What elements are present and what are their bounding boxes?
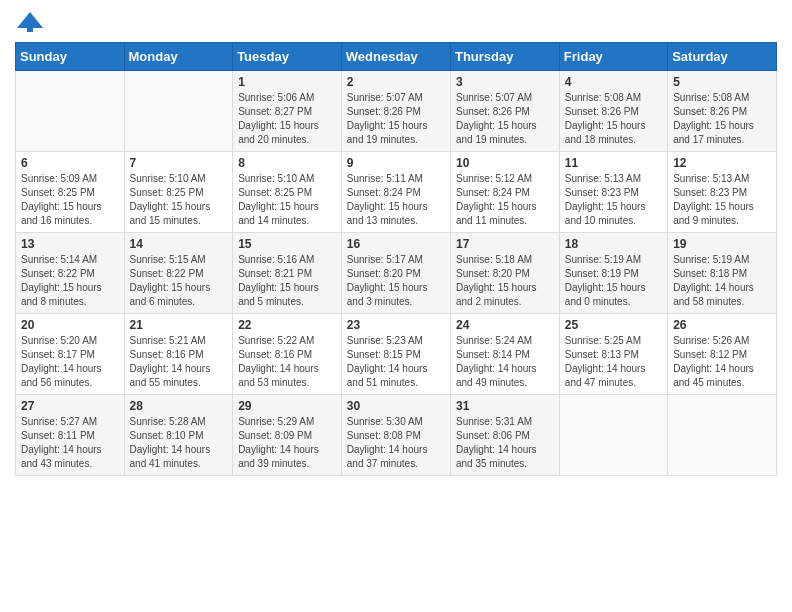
day-number: 26: [673, 318, 771, 332]
calendar-cell: 28Sunrise: 5:28 AM Sunset: 8:10 PM Dayli…: [124, 395, 233, 476]
calendar-cell: 18Sunrise: 5:19 AM Sunset: 8:19 PM Dayli…: [559, 233, 667, 314]
day-info: Sunrise: 5:21 AM Sunset: 8:16 PM Dayligh…: [130, 334, 228, 390]
calendar-cell: 7Sunrise: 5:10 AM Sunset: 8:25 PM Daylig…: [124, 152, 233, 233]
day-info: Sunrise: 5:31 AM Sunset: 8:06 PM Dayligh…: [456, 415, 554, 471]
calendar-cell: 9Sunrise: 5:11 AM Sunset: 8:24 PM Daylig…: [341, 152, 450, 233]
day-info: Sunrise: 5:07 AM Sunset: 8:26 PM Dayligh…: [456, 91, 554, 147]
day-number: 18: [565, 237, 662, 251]
calendar-cell: [559, 395, 667, 476]
day-info: Sunrise: 5:08 AM Sunset: 8:26 PM Dayligh…: [565, 91, 662, 147]
day-number: 31: [456, 399, 554, 413]
column-header-tuesday: Tuesday: [233, 43, 342, 71]
day-number: 2: [347, 75, 445, 89]
day-info: Sunrise: 5:18 AM Sunset: 8:20 PM Dayligh…: [456, 253, 554, 309]
day-info: Sunrise: 5:19 AM Sunset: 8:19 PM Dayligh…: [565, 253, 662, 309]
day-number: 13: [21, 237, 119, 251]
day-info: Sunrise: 5:28 AM Sunset: 8:10 PM Dayligh…: [130, 415, 228, 471]
calendar-cell: 14Sunrise: 5:15 AM Sunset: 8:22 PM Dayli…: [124, 233, 233, 314]
day-info: Sunrise: 5:27 AM Sunset: 8:11 PM Dayligh…: [21, 415, 119, 471]
week-row-1: 1Sunrise: 5:06 AM Sunset: 8:27 PM Daylig…: [16, 71, 777, 152]
day-number: 15: [238, 237, 336, 251]
calendar-cell: 19Sunrise: 5:19 AM Sunset: 8:18 PM Dayli…: [668, 233, 777, 314]
week-row-5: 27Sunrise: 5:27 AM Sunset: 8:11 PM Dayli…: [16, 395, 777, 476]
day-number: 14: [130, 237, 228, 251]
calendar-cell: 12Sunrise: 5:13 AM Sunset: 8:23 PM Dayli…: [668, 152, 777, 233]
calendar-cell: 24Sunrise: 5:24 AM Sunset: 8:14 PM Dayli…: [450, 314, 559, 395]
calendar-table: SundayMondayTuesdayWednesdayThursdayFrid…: [15, 42, 777, 476]
column-header-saturday: Saturday: [668, 43, 777, 71]
calendar-body: 1Sunrise: 5:06 AM Sunset: 8:27 PM Daylig…: [16, 71, 777, 476]
day-info: Sunrise: 5:22 AM Sunset: 8:16 PM Dayligh…: [238, 334, 336, 390]
day-info: Sunrise: 5:13 AM Sunset: 8:23 PM Dayligh…: [673, 172, 771, 228]
day-number: 8: [238, 156, 336, 170]
calendar-cell: [668, 395, 777, 476]
column-header-sunday: Sunday: [16, 43, 125, 71]
day-number: 4: [565, 75, 662, 89]
page-header: [15, 10, 777, 34]
day-info: Sunrise: 5:24 AM Sunset: 8:14 PM Dayligh…: [456, 334, 554, 390]
week-row-4: 20Sunrise: 5:20 AM Sunset: 8:17 PM Dayli…: [16, 314, 777, 395]
week-row-3: 13Sunrise: 5:14 AM Sunset: 8:22 PM Dayli…: [16, 233, 777, 314]
day-number: 27: [21, 399, 119, 413]
day-info: Sunrise: 5:19 AM Sunset: 8:18 PM Dayligh…: [673, 253, 771, 309]
day-number: 21: [130, 318, 228, 332]
column-header-thursday: Thursday: [450, 43, 559, 71]
day-info: Sunrise: 5:16 AM Sunset: 8:21 PM Dayligh…: [238, 253, 336, 309]
day-number: 3: [456, 75, 554, 89]
calendar-cell: 13Sunrise: 5:14 AM Sunset: 8:22 PM Dayli…: [16, 233, 125, 314]
day-info: Sunrise: 5:10 AM Sunset: 8:25 PM Dayligh…: [130, 172, 228, 228]
day-number: 16: [347, 237, 445, 251]
day-info: Sunrise: 5:11 AM Sunset: 8:24 PM Dayligh…: [347, 172, 445, 228]
logo-icon: [15, 10, 45, 34]
svg-rect-1: [27, 28, 33, 32]
calendar-cell: 4Sunrise: 5:08 AM Sunset: 8:26 PM Daylig…: [559, 71, 667, 152]
calendar-cell: 6Sunrise: 5:09 AM Sunset: 8:25 PM Daylig…: [16, 152, 125, 233]
calendar-cell: 21Sunrise: 5:21 AM Sunset: 8:16 PM Dayli…: [124, 314, 233, 395]
column-header-monday: Monday: [124, 43, 233, 71]
calendar-header: SundayMondayTuesdayWednesdayThursdayFrid…: [16, 43, 777, 71]
day-number: 30: [347, 399, 445, 413]
day-number: 1: [238, 75, 336, 89]
day-info: Sunrise: 5:07 AM Sunset: 8:26 PM Dayligh…: [347, 91, 445, 147]
day-info: Sunrise: 5:14 AM Sunset: 8:22 PM Dayligh…: [21, 253, 119, 309]
calendar-cell: 26Sunrise: 5:26 AM Sunset: 8:12 PM Dayli…: [668, 314, 777, 395]
header-row: SundayMondayTuesdayWednesdayThursdayFrid…: [16, 43, 777, 71]
calendar-cell: 3Sunrise: 5:07 AM Sunset: 8:26 PM Daylig…: [450, 71, 559, 152]
day-number: 7: [130, 156, 228, 170]
calendar-cell: 1Sunrise: 5:06 AM Sunset: 8:27 PM Daylig…: [233, 71, 342, 152]
day-info: Sunrise: 5:30 AM Sunset: 8:08 PM Dayligh…: [347, 415, 445, 471]
day-number: 25: [565, 318, 662, 332]
calendar-cell: 20Sunrise: 5:20 AM Sunset: 8:17 PM Dayli…: [16, 314, 125, 395]
day-info: Sunrise: 5:13 AM Sunset: 8:23 PM Dayligh…: [565, 172, 662, 228]
calendar-cell: 15Sunrise: 5:16 AM Sunset: 8:21 PM Dayli…: [233, 233, 342, 314]
calendar-cell: 8Sunrise: 5:10 AM Sunset: 8:25 PM Daylig…: [233, 152, 342, 233]
day-number: 19: [673, 237, 771, 251]
week-row-2: 6Sunrise: 5:09 AM Sunset: 8:25 PM Daylig…: [16, 152, 777, 233]
day-number: 17: [456, 237, 554, 251]
day-info: Sunrise: 5:12 AM Sunset: 8:24 PM Dayligh…: [456, 172, 554, 228]
day-number: 24: [456, 318, 554, 332]
day-number: 9: [347, 156, 445, 170]
day-number: 10: [456, 156, 554, 170]
calendar-cell: 29Sunrise: 5:29 AM Sunset: 8:09 PM Dayli…: [233, 395, 342, 476]
day-info: Sunrise: 5:09 AM Sunset: 8:25 PM Dayligh…: [21, 172, 119, 228]
day-number: 12: [673, 156, 771, 170]
calendar-cell: 23Sunrise: 5:23 AM Sunset: 8:15 PM Dayli…: [341, 314, 450, 395]
day-info: Sunrise: 5:29 AM Sunset: 8:09 PM Dayligh…: [238, 415, 336, 471]
day-number: 28: [130, 399, 228, 413]
calendar-cell: 30Sunrise: 5:30 AM Sunset: 8:08 PM Dayli…: [341, 395, 450, 476]
day-number: 11: [565, 156, 662, 170]
calendar-cell: 10Sunrise: 5:12 AM Sunset: 8:24 PM Dayli…: [450, 152, 559, 233]
day-number: 20: [21, 318, 119, 332]
day-number: 22: [238, 318, 336, 332]
day-number: 29: [238, 399, 336, 413]
day-info: Sunrise: 5:23 AM Sunset: 8:15 PM Dayligh…: [347, 334, 445, 390]
calendar-cell: 22Sunrise: 5:22 AM Sunset: 8:16 PM Dayli…: [233, 314, 342, 395]
calendar-cell: 17Sunrise: 5:18 AM Sunset: 8:20 PM Dayli…: [450, 233, 559, 314]
calendar-cell: [124, 71, 233, 152]
day-info: Sunrise: 5:15 AM Sunset: 8:22 PM Dayligh…: [130, 253, 228, 309]
day-info: Sunrise: 5:10 AM Sunset: 8:25 PM Dayligh…: [238, 172, 336, 228]
day-info: Sunrise: 5:26 AM Sunset: 8:12 PM Dayligh…: [673, 334, 771, 390]
calendar-cell: 31Sunrise: 5:31 AM Sunset: 8:06 PM Dayli…: [450, 395, 559, 476]
day-info: Sunrise: 5:06 AM Sunset: 8:27 PM Dayligh…: [238, 91, 336, 147]
